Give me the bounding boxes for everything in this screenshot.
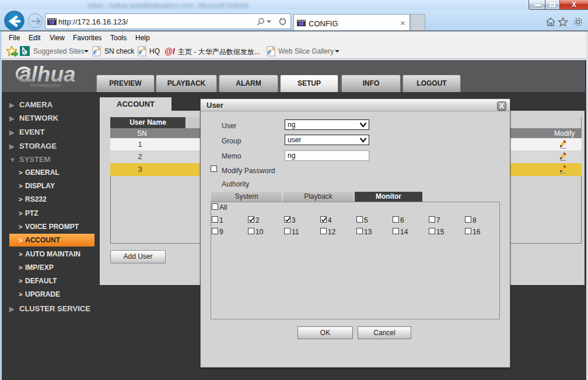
svg-text:TECHNOLOGY: TECHNOLOGY: [30, 83, 61, 87]
svg-text:e: e: [139, 47, 142, 56]
svg-text:e: e: [93, 47, 97, 56]
svg-text:e: e: [268, 47, 271, 56]
